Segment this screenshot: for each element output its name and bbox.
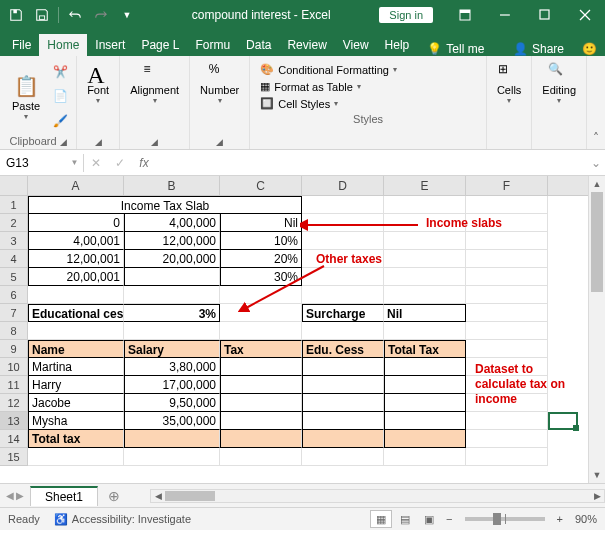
cell[interactable]: 20% xyxy=(220,250,302,268)
cell[interactable]: Mysha xyxy=(28,412,124,430)
cut-icon[interactable]: ✂️ xyxy=(50,62,70,82)
cell[interactable] xyxy=(302,322,384,340)
expand-formula-bar-icon[interactable]: ⌄ xyxy=(587,156,605,170)
row-head-3[interactable]: 3 xyxy=(0,232,28,250)
tab-data[interactable]: Data xyxy=(238,34,279,56)
scroll-down-icon[interactable]: ▼ xyxy=(589,467,605,483)
scroll-left-icon[interactable]: ◀ xyxy=(151,490,165,502)
cell[interactable] xyxy=(466,358,548,376)
horizontal-scrollbar[interactable]: ◀ ▶ xyxy=(150,489,605,503)
row-head-12[interactable]: 12 xyxy=(0,394,28,412)
tell-me-search[interactable]: 💡 Tell me xyxy=(417,42,494,56)
name-box-input[interactable] xyxy=(0,154,66,172)
tab-home[interactable]: Home xyxy=(39,34,87,56)
cell[interactable] xyxy=(302,232,384,250)
cell[interactable] xyxy=(124,322,220,340)
cell[interactable] xyxy=(220,448,302,466)
cancel-formula-icon[interactable]: ✕ xyxy=(84,156,108,170)
ribbon-display-icon[interactable] xyxy=(445,0,485,30)
scroll-thumb[interactable] xyxy=(591,192,603,292)
cell[interactable] xyxy=(220,412,302,430)
tab-formulas[interactable]: Formu xyxy=(187,34,238,56)
cell[interactable]: 12,00,000 xyxy=(124,232,220,250)
cell[interactable]: 4,00,001 xyxy=(28,232,124,250)
cell[interactable] xyxy=(220,376,302,394)
cell[interactable] xyxy=(220,286,302,304)
qat-customize-icon[interactable]: ▼ xyxy=(115,3,139,27)
row-head-14[interactable]: 14 xyxy=(0,430,28,448)
scroll-right-icon[interactable]: ▶ xyxy=(590,490,604,502)
autosave-dropdown[interactable] xyxy=(4,3,28,27)
row-head-10[interactable]: 10 xyxy=(0,358,28,376)
scroll-thumb[interactable] xyxy=(165,491,215,501)
close-icon[interactable] xyxy=(565,0,605,30)
cell[interactable] xyxy=(302,430,384,448)
cell[interactable]: 9,50,000 xyxy=(124,394,220,412)
cell[interactable] xyxy=(124,268,220,286)
undo-icon[interactable] xyxy=(63,3,87,27)
cell[interactable]: 3% xyxy=(124,304,220,322)
row-head-6[interactable]: 6 xyxy=(0,286,28,304)
cell[interactable]: Edu. Cess xyxy=(302,340,384,358)
cell[interactable]: 12,00,001 xyxy=(28,250,124,268)
cell[interactable] xyxy=(28,448,124,466)
cell[interactable] xyxy=(302,196,384,214)
cell[interactable] xyxy=(302,286,384,304)
cell[interactable] xyxy=(466,232,548,250)
cell[interactable]: 4,00,000 xyxy=(124,214,220,232)
cell[interactable] xyxy=(220,430,302,448)
name-box-dropdown-icon[interactable]: ▼ xyxy=(66,158,83,167)
name-box[interactable]: ▼ xyxy=(0,154,84,172)
scroll-up-icon[interactable]: ▲ xyxy=(589,176,605,192)
cell[interactable]: 30% xyxy=(220,268,302,286)
number-dropdown[interactable]: % Number ▾ xyxy=(196,60,243,133)
cell[interactable]: Educational cess xyxy=(28,304,124,322)
cell[interactable] xyxy=(384,394,466,412)
cell[interactable]: Total tax xyxy=(28,430,124,448)
cell[interactable]: Tax xyxy=(220,340,302,358)
cell[interactable]: 17,00,000 xyxy=(124,376,220,394)
view-page-break-icon[interactable]: ▣ xyxy=(418,510,440,528)
font-dropdown[interactable]: A Font ▾ xyxy=(83,60,113,133)
enter-formula-icon[interactable]: ✓ xyxy=(108,156,132,170)
format-as-table-button[interactable]: ▦ Format as Table ▾ xyxy=(256,79,480,94)
tab-insert[interactable]: Insert xyxy=(87,34,133,56)
row-head-9[interactable]: 9 xyxy=(0,340,28,358)
cell[interactable] xyxy=(302,412,384,430)
cell[interactable]: Nil xyxy=(220,214,302,232)
cell[interactable] xyxy=(220,304,302,322)
cell[interactable]: Jacobe xyxy=(28,394,124,412)
cell[interactable]: Nil xyxy=(384,304,466,322)
copy-icon[interactable]: 📄 xyxy=(50,86,70,106)
save-icon[interactable] xyxy=(30,3,54,27)
col-head-e[interactable]: E xyxy=(384,176,466,195)
col-head-c[interactable]: C xyxy=(220,176,302,195)
share-button[interactable]: 👤 Share xyxy=(505,42,572,56)
cell[interactable] xyxy=(466,304,548,322)
cell[interactable] xyxy=(124,448,220,466)
cell[interactable] xyxy=(466,430,548,448)
cell[interactable]: 35,00,000 xyxy=(124,412,220,430)
cell[interactable]: Harry xyxy=(28,376,124,394)
cell[interactable] xyxy=(220,358,302,376)
cells-dropdown[interactable]: ⊞ Cells ▾ xyxy=(493,60,525,145)
cell[interactable] xyxy=(466,394,548,412)
cell[interactable]: Surcharge xyxy=(302,304,384,322)
col-head-d[interactable]: D xyxy=(302,176,384,195)
minimize-icon[interactable] xyxy=(485,0,525,30)
cell[interactable] xyxy=(302,268,384,286)
tab-help[interactable]: Help xyxy=(377,34,418,56)
cell[interactable] xyxy=(124,286,220,304)
row-head-8[interactable]: 8 xyxy=(0,322,28,340)
cell[interactable] xyxy=(28,322,124,340)
cell[interactable] xyxy=(466,286,548,304)
cell[interactable]: 20,00,001 xyxy=(28,268,124,286)
cell[interactable]: Name xyxy=(28,340,124,358)
paste-button[interactable]: 📋 Paste ▾ xyxy=(6,60,46,133)
cell[interactable] xyxy=(384,250,466,268)
vertical-scrollbar[interactable]: ▲ ▼ xyxy=(588,176,605,483)
cell[interactable] xyxy=(302,250,384,268)
cell[interactable] xyxy=(466,340,548,358)
accessibility-checker[interactable]: ♿ Accessibility: Investigate xyxy=(54,513,191,526)
collapse-ribbon-icon[interactable]: ˄ xyxy=(587,56,605,149)
